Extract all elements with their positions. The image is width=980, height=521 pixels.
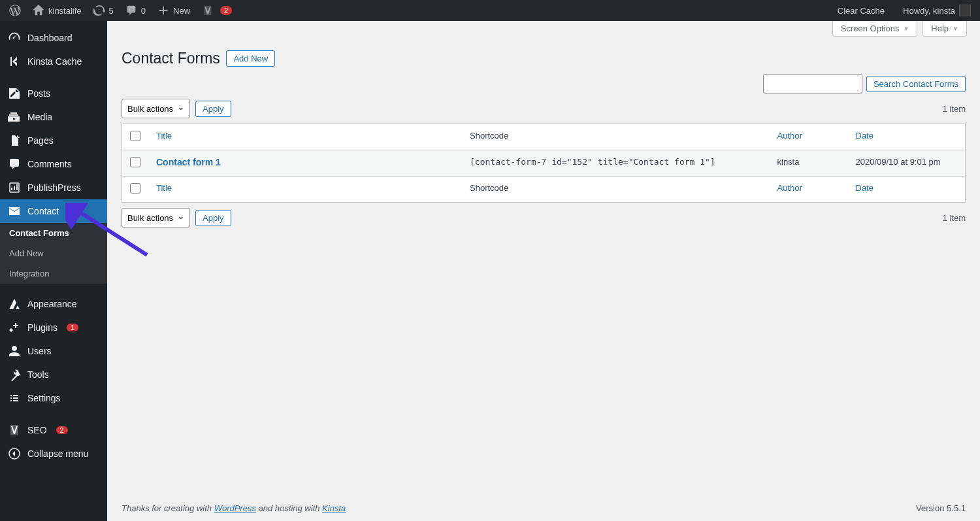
wordpress-icon (9, 5, 21, 16)
item-count-top: 1 item (943, 104, 966, 114)
apply-button-bottom[interactable]: Apply (195, 210, 231, 226)
kinsta-link[interactable]: Kinsta (322, 503, 346, 513)
row-checkbox[interactable] (130, 157, 140, 167)
comment-icon (125, 5, 137, 16)
col-title[interactable]: Title (156, 131, 172, 141)
col-author[interactable]: Author (777, 131, 802, 141)
media-icon (8, 110, 21, 124)
mail-icon (8, 205, 21, 218)
home-icon (33, 5, 44, 16)
chevron-down-icon: ▼ (903, 25, 909, 32)
yoast-bar[interactable]: 2 (198, 0, 236, 21)
page-title: Contact Forms (122, 50, 220, 67)
updates-count: 5 (109, 6, 114, 16)
svg-rect-2 (14, 186, 15, 190)
table-row: Contact form 1 [contact-form-7 id="152" … (122, 150, 966, 176)
seo-count: 2 (56, 426, 68, 434)
menu-collapse[interactable]: Collapse menu (0, 442, 107, 465)
search-input[interactable] (763, 74, 862, 93)
kinsta-icon (8, 55, 21, 68)
admin-footer: Thanks for creating with WordPress and h… (107, 496, 980, 521)
new-label: New (173, 6, 190, 16)
update-icon (93, 5, 105, 16)
dashboard-icon (8, 31, 21, 44)
bulk-actions-select-bottom[interactable]: Bulk actions (122, 208, 190, 227)
users-icon (8, 345, 21, 358)
plugins-count: 1 (67, 324, 78, 331)
bulk-actions-select-top[interactable]: Bulk actions (122, 99, 190, 118)
wordpress-link[interactable]: WordPress (214, 503, 256, 513)
yoast-seo-icon (8, 424, 21, 437)
chevron-down-icon: ▼ (953, 25, 958, 32)
menu-pages[interactable]: Pages (0, 129, 107, 152)
plugins-icon (8, 321, 21, 334)
contact-forms-table: Title Shortcode Author Date Contact form… (122, 124, 966, 203)
admin-sidebar: Dashboard Kinsta Cache Posts Media Pages… (0, 21, 107, 521)
menu-comments[interactable]: Comments (0, 152, 107, 176)
adminbar: kinstalife 5 0 New 2 Clear Cache Howdy, … (0, 0, 980, 21)
menu-users[interactable]: Users (0, 339, 107, 363)
yoast-count: 2 (220, 6, 232, 15)
howdy-text: Howdy, kinsta (903, 6, 955, 16)
appearance-icon (8, 297, 21, 311)
menu-contact[interactable]: Contact (0, 199, 107, 223)
updates[interactable]: 5 (90, 0, 118, 21)
settings-icon (8, 392, 21, 405)
clear-cache[interactable]: Clear Cache (834, 0, 889, 21)
help-tab[interactable]: Help▼ (923, 21, 967, 37)
menu-media[interactable]: Media (0, 105, 107, 129)
svg-rect-3 (16, 184, 18, 190)
item-count-bottom: 1 item (943, 213, 966, 223)
submenu-contact-forms[interactable]: Contact Forms (0, 223, 107, 243)
publishpress-icon (8, 181, 21, 194)
select-all-top[interactable] (130, 131, 140, 141)
comments-count: 0 (141, 6, 146, 16)
menu-seo[interactable]: SEO2 (0, 418, 107, 442)
menu-tools[interactable]: Tools (0, 363, 107, 386)
shortcode-text: [contact-form-7 id="152" title="Contact … (470, 157, 715, 167)
form-title-link[interactable]: Contact form 1 (156, 157, 221, 167)
col-date[interactable]: Date (856, 131, 874, 141)
col-shortcode-foot: Shortcode (462, 176, 770, 203)
col-title-foot[interactable]: Title (156, 183, 172, 193)
col-author-foot[interactable]: Author (777, 183, 802, 193)
menu-settings[interactable]: Settings (0, 386, 107, 410)
search-contact-forms-button[interactable]: Search Contact Forms (866, 76, 966, 92)
wp-logo[interactable] (5, 0, 25, 21)
menu-plugins[interactable]: Plugins1 (0, 316, 107, 339)
submenu-integration[interactable]: Integration (0, 263, 107, 284)
row-date: 2020/09/10 at 9:01 pm (848, 150, 966, 176)
site-name[interactable]: kinstalife (29, 0, 86, 21)
plus-icon (157, 5, 169, 16)
svg-rect-1 (11, 188, 12, 190)
version-text: Version 5.5.1 (916, 503, 966, 513)
row-author: kinsta (770, 150, 848, 176)
screen-options-tab[interactable]: Screen Options▼ (832, 21, 918, 37)
site-name-text: kinstalife (48, 6, 82, 16)
apply-button-top[interactable]: Apply (195, 101, 231, 117)
content-area: Screen Options▼ Help▼ Contact Forms Add … (107, 21, 980, 521)
collapse-icon (8, 447, 21, 460)
avatar (959, 5, 971, 16)
comments-icon (8, 158, 21, 171)
menu-kinsta-cache[interactable]: Kinsta Cache (0, 50, 107, 73)
posts-icon (8, 87, 21, 100)
comments-bar[interactable]: 0 (122, 0, 150, 21)
yoast-icon (202, 5, 214, 16)
pages-icon (8, 134, 21, 147)
add-new-button[interactable]: Add New (226, 50, 275, 67)
select-all-bottom[interactable] (130, 183, 140, 193)
my-account[interactable]: Howdy, kinsta (899, 0, 975, 21)
col-shortcode: Shortcode (462, 124, 770, 150)
col-date-foot[interactable]: Date (856, 183, 874, 193)
submenu-add-new[interactable]: Add New (0, 243, 107, 263)
menu-publishpress[interactable]: PublishPress (0, 176, 107, 199)
menu-dashboard[interactable]: Dashboard (0, 26, 107, 50)
new-content[interactable]: New (154, 0, 194, 21)
tools-icon (8, 368, 21, 381)
menu-appearance[interactable]: Appearance (0, 292, 107, 316)
menu-posts[interactable]: Posts (0, 82, 107, 105)
